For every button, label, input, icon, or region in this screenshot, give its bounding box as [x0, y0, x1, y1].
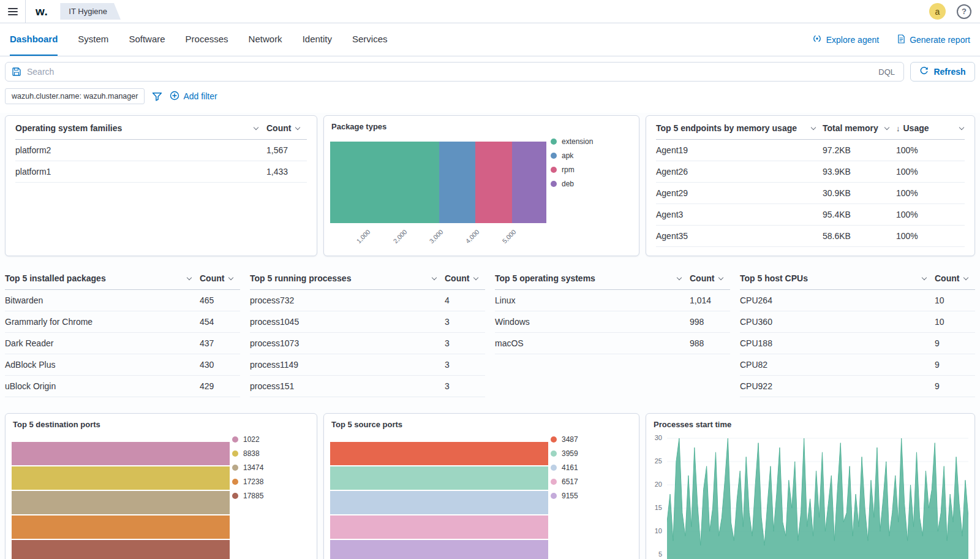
table-row[interactable]: Grammarly for Chrome454 [5, 311, 240, 333]
tab-services[interactable]: Services [352, 23, 388, 56]
table-row[interactable]: CPU829 [740, 354, 975, 376]
chevron-down-icon[interactable] [959, 125, 964, 130]
column-header-cpus[interactable]: Top 5 host CPUs [740, 273, 935, 283]
tab-processes[interactable]: Processes [186, 23, 228, 56]
breadcrumb[interactable]: IT Hygiene [60, 3, 121, 20]
table-row[interactable]: platform21,567 [15, 140, 307, 161]
table-row[interactable]: CPU26410 [740, 290, 975, 311]
legend-item[interactable]: 3487 [551, 432, 578, 446]
avatar[interactable]: a [929, 3, 946, 20]
bar-1022[interactable] [12, 442, 230, 465]
query-language-button[interactable]: DQL [876, 67, 897, 77]
bar-8838[interactable] [12, 466, 230, 490]
column-header-usage[interactable]: ↓ Usage [896, 123, 955, 133]
filter-funnel-icon[interactable] [152, 91, 162, 102]
legend-item[interactable]: extension [551, 134, 593, 148]
table-row[interactable]: process1513 [250, 376, 485, 397]
tab-software[interactable]: Software [129, 23, 165, 56]
table-row[interactable]: Dark Reader437 [5, 333, 240, 354]
refresh-button[interactable]: Refresh [910, 62, 975, 82]
table-row[interactable]: uBlock Origin429 [5, 376, 240, 397]
bar-3487[interactable] [330, 442, 548, 465]
legend-item[interactable]: 8838 [232, 446, 263, 460]
column-header-count[interactable]: Count [445, 273, 485, 283]
legend-item[interactable]: deb [551, 177, 593, 191]
table-row[interactable]: process10733 [250, 333, 485, 354]
help-button[interactable]: ? [957, 4, 971, 19]
search-input[interactable] [27, 67, 870, 77]
cell-name: CPU360 [740, 317, 935, 327]
save-query-icon[interactable] [12, 67, 21, 77]
legend-item[interactable]: 6517 [551, 474, 578, 489]
legend-item[interactable]: 17885 [232, 489, 263, 503]
table-row[interactable]: CPU36010 [740, 311, 975, 333]
column-header-endpoint[interactable]: Top 5 endpoints by memory usage [656, 123, 823, 133]
tab-network[interactable]: Network [249, 23, 282, 56]
bar-17238[interactable] [12, 515, 230, 539]
legend-item[interactable]: 13474 [232, 460, 263, 474]
tab-identity[interactable]: Identity [303, 23, 332, 56]
legend-item[interactable]: 17238 [232, 474, 263, 489]
bar-9155[interactable] [330, 540, 548, 559]
table-row[interactable]: process11493 [250, 354, 485, 376]
bar-4161[interactable] [330, 491, 548, 514]
table-row[interactable]: CPU1889 [740, 333, 975, 354]
bar-segment-rpm[interactable] [475, 142, 511, 223]
table-body: Linux1,014Windows998macOS988 [495, 290, 730, 354]
panel-os-families: Operating system families Count platform… [5, 115, 317, 256]
table-row[interactable]: Agent3558.6KB100% [656, 226, 965, 247]
table-row[interactable]: process7324 [250, 290, 485, 311]
app-logo[interactable]: w. [36, 5, 48, 18]
legend-item[interactable]: apk [551, 148, 593, 162]
column-header-count[interactable]: Count [200, 273, 240, 283]
table-row[interactable]: Agent2693.9KB100% [656, 161, 965, 183]
tab-dashboard[interactable]: Dashboard [10, 23, 58, 56]
bar-segment-apk[interactable] [439, 142, 475, 223]
column-header-total-memory[interactable]: Total memory [823, 123, 896, 133]
legend-item[interactable]: 1022 [232, 432, 263, 446]
column-header-count[interactable]: Count [935, 273, 975, 283]
column-header-packages[interactable]: Top 5 installed packages [5, 273, 200, 283]
cell-name: CPU188 [740, 338, 935, 348]
bar-13474[interactable] [12, 491, 230, 514]
cell-memory: 95.4KB [823, 210, 896, 219]
chevron-down-icon [295, 125, 300, 130]
table-row[interactable]: macOS988 [495, 333, 730, 354]
x-axis-tick-label: 1,000 [355, 228, 372, 245]
chart-legend: 34873959416165179155 [551, 432, 578, 503]
bar-6517[interactable] [330, 515, 548, 539]
table-row[interactable]: Agent2930.9KB100% [656, 183, 965, 204]
column-header-processes[interactable]: Top 5 running processes [250, 273, 445, 283]
x-axis-tick-label: 2,000 [391, 228, 408, 245]
add-filter-button[interactable]: Add filter [170, 91, 217, 102]
table-row[interactable]: AdBlock Plus430 [5, 354, 240, 376]
table-row[interactable]: process10453 [250, 311, 485, 333]
bar-17885[interactable] [12, 540, 230, 559]
tab-system[interactable]: System [78, 23, 108, 56]
explore-agent-button[interactable]: Explore agent [812, 34, 879, 45]
table-row[interactable]: Agent395.4KB100% [656, 204, 965, 226]
bar-segment-extension[interactable] [330, 142, 439, 223]
legend-item[interactable]: 4161 [551, 460, 578, 474]
column-header-os-families[interactable]: Operating system families [15, 123, 266, 133]
table-row[interactable]: CPU9229 [740, 376, 975, 397]
column-header-count[interactable]: Count [266, 123, 307, 133]
table-row[interactable]: Linux1,014 [495, 290, 730, 311]
legend-item[interactable]: 3959 [551, 446, 578, 460]
cell-name: CPU264 [740, 295, 935, 305]
hamburger-menu-button[interactable] [0, 0, 26, 23]
legend-dot-icon [551, 181, 557, 187]
generate-report-button[interactable]: Generate report [897, 34, 970, 45]
table-row[interactable]: platform11,433 [15, 161, 307, 183]
bar-segment-deb[interactable] [512, 142, 546, 223]
legend-item[interactable]: rpm [551, 162, 593, 177]
table-row[interactable]: Bitwarden465 [5, 290, 240, 311]
table-row[interactable]: Agent1997.2KB100% [656, 140, 965, 161]
column-header-count[interactable]: Count [690, 273, 730, 283]
bar-3959[interactable] [330, 466, 548, 490]
row-3: Top 5 destination ports 1022883813474172… [5, 413, 975, 559]
table-row[interactable]: Windows998 [495, 311, 730, 333]
legend-item[interactable]: 9155 [551, 489, 578, 503]
column-header-operating-systems[interactable]: Top 5 operating systems [495, 273, 690, 283]
filter-pill[interactable]: wazuh.cluster.name: wazuh.manager [5, 88, 145, 104]
